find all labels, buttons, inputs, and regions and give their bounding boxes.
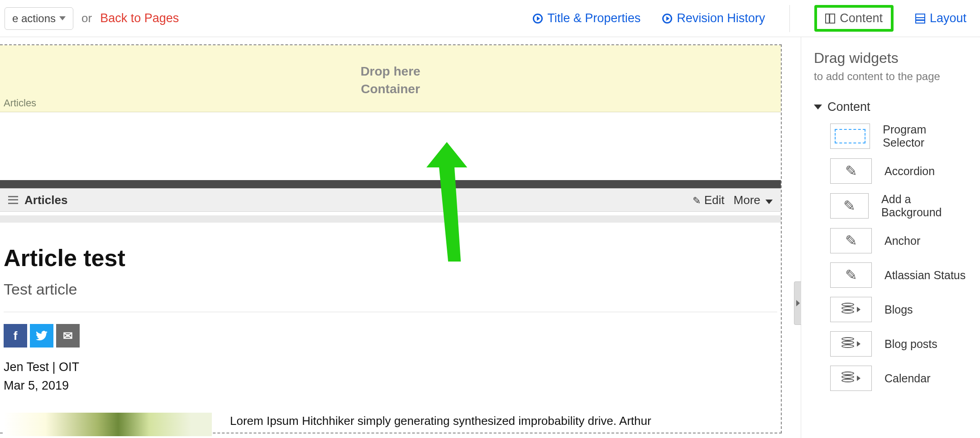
- widget-add-background[interactable]: ✎ Add a Background: [830, 193, 967, 219]
- article-hero-image: [4, 413, 212, 436]
- revision-history-label: Revision History: [677, 11, 765, 25]
- widget-thumb-icon: ✎: [830, 193, 869, 219]
- content-panel-icon: [825, 14, 835, 24]
- widget-sub-bar: [0, 215, 781, 223]
- widget-thumb-icon: ✎: [830, 158, 872, 184]
- dropzone-container[interactable]: Drop here Container Articles: [0, 45, 781, 112]
- content-tab[interactable]: Content: [814, 5, 894, 32]
- article-divider: [4, 312, 777, 312]
- widget-label: Blogs: [884, 303, 913, 316]
- top-toolbar: e actions or Back to Pages Title & Prope…: [0, 0, 980, 37]
- pencil-icon: ✎: [693, 195, 701, 206]
- article-byline: Jen Test | OIT: [4, 360, 777, 374]
- widget-label: Accordion: [884, 165, 935, 178]
- widget-anchor[interactable]: ✎ Anchor: [830, 228, 967, 253]
- widget-thumb-icon: [830, 124, 870, 149]
- more-label: More: [734, 193, 760, 207]
- share-twitter-button[interactable]: [30, 324, 53, 348]
- share-buttons: f ✉: [4, 324, 777, 348]
- widget-label: Blog posts: [884, 338, 937, 351]
- content-tab-label: Content: [840, 11, 883, 25]
- content-section-label: Content: [827, 100, 870, 114]
- widget-blog-posts[interactable]: Blog posts: [830, 331, 967, 357]
- title-properties-link[interactable]: Title & Properties: [533, 11, 641, 25]
- widgets-side-panel: Drag widgets to add content to the page …: [801, 37, 980, 438]
- layout-tab-label: Layout: [930, 11, 966, 25]
- more-widget-dropdown[interactable]: More: [734, 193, 773, 207]
- widget-thumb-icon: [830, 331, 872, 357]
- title-properties-label: Title & Properties: [547, 11, 641, 25]
- article-date: Mar 5, 2019: [4, 379, 777, 393]
- arrow-circle-right-icon: [662, 14, 672, 24]
- widget-label: Atlassian Status: [884, 269, 966, 282]
- page-actions-dropdown[interactable]: e actions: [5, 7, 73, 30]
- edit-label: Edit: [704, 193, 725, 207]
- or-separator: or: [81, 11, 92, 25]
- drag-handle-icon[interactable]: [8, 196, 18, 204]
- canvas-placeholder[interactable]: Drop here Container Articles Articles ✎ …: [0, 44, 782, 433]
- dropzone-line1: Drop here: [360, 62, 420, 80]
- share-facebook-button[interactable]: f: [4, 324, 27, 348]
- widget-thumb-icon: ✎: [830, 262, 872, 288]
- back-to-pages-link[interactable]: Back to Pages: [100, 11, 179, 25]
- widget-calendar[interactable]: Calendar: [830, 366, 967, 391]
- article-title: Article test: [4, 244, 777, 271]
- edit-widget-button[interactable]: ✎ Edit: [693, 193, 724, 207]
- page-actions-label: e actions: [12, 12, 56, 25]
- article-subtitle: Test article: [4, 281, 777, 298]
- page-canvas: Drop here Container Articles Articles ✎ …: [0, 37, 801, 438]
- vertical-separator: [789, 5, 790, 32]
- twitter-icon: [36, 331, 48, 341]
- article-body-text: Lorem Ipsum Hitchhiker simply generating…: [230, 413, 651, 429]
- topbar-right: Title & Properties Revision History Cont…: [533, 5, 975, 32]
- caret-down-icon: [814, 105, 822, 110]
- side-panel-subtitle: to add content to the page: [814, 70, 967, 83]
- envelope-icon: ✉: [63, 329, 73, 343]
- share-email-button[interactable]: ✉: [56, 324, 80, 348]
- side-panel-title: Drag widgets: [814, 50, 967, 67]
- widget-label: Program Selector: [883, 123, 967, 149]
- caret-down-icon: [59, 16, 66, 20]
- dropzone-line2: Container: [360, 80, 420, 98]
- widget-thumb-icon: [830, 297, 872, 322]
- widget-top-accent: [0, 180, 781, 188]
- arrow-circle-right-icon: [533, 14, 543, 24]
- layout-tab[interactable]: Layout: [915, 11, 966, 25]
- articles-widget-header: Articles ✎ Edit More: [0, 188, 781, 212]
- collapse-panel-handle[interactable]: [794, 281, 801, 325]
- articles-widget-title: Articles: [24, 193, 67, 207]
- main-area: Drop here Container Articles Articles ✎ …: [0, 37, 980, 438]
- dropzone-text: Drop here Container: [360, 62, 420, 98]
- caret-down-icon: [765, 200, 773, 204]
- widget-label: Add a Background: [881, 193, 967, 219]
- widget-label: Calendar: [884, 372, 930, 385]
- widget-atlassian-status[interactable]: ✎ Atlassian Status: [830, 262, 967, 288]
- article-preview: Article test Test article f ✉ Jen Test |…: [0, 223, 781, 436]
- content-section-toggle[interactable]: Content: [814, 100, 967, 114]
- widget-thumb-icon: [830, 366, 872, 391]
- revision-history-link[interactable]: Revision History: [662, 11, 765, 25]
- layout-icon: [915, 14, 925, 24]
- facebook-icon: f: [14, 329, 18, 343]
- widget-thumb-icon: ✎: [830, 228, 872, 253]
- widget-accordion[interactable]: ✎ Accordion: [830, 158, 967, 184]
- widget-blogs[interactable]: Blogs: [830, 297, 967, 322]
- widget-program-selector[interactable]: Program Selector: [830, 123, 967, 149]
- dropzone-label: Articles: [4, 97, 36, 109]
- widget-label: Anchor: [884, 234, 920, 248]
- widget-list: Program Selector ✎ Accordion ✎ Add a Bac…: [814, 123, 967, 391]
